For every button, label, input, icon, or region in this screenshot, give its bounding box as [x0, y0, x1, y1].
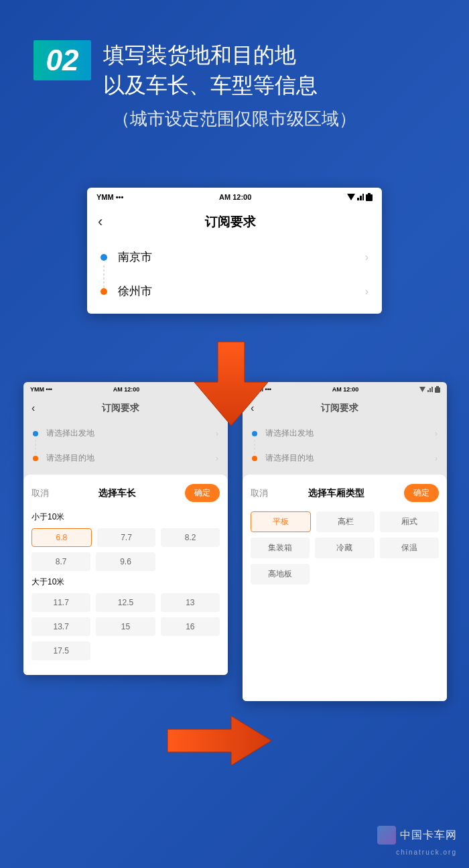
length-chip-8-7[interactable]: 8.7 [31, 552, 90, 571]
chip-row: 11.7 12.5 13 [31, 593, 220, 612]
section-under-10m: 小于10米 [31, 511, 220, 523]
chevron-right-icon: › [435, 454, 438, 463]
sheet-title: 选择车长 [98, 487, 136, 499]
status-bar: YMM ••• AM 12:00 [87, 188, 382, 206]
confirm-button[interactable]: 确定 [185, 484, 220, 502]
time-label: AM 12:00 [113, 386, 140, 393]
svg-rect-1 [368, 193, 371, 194]
type-chip-highfence[interactable]: 高栏 [316, 511, 375, 532]
destination-row[interactable]: 请选择目的地 › [243, 446, 447, 471]
carrier-label: YMM ••• [96, 193, 123, 201]
dest-placeholder: 请选择目的地 [265, 452, 435, 464]
length-chip-17-5[interactable]: 17.5 [31, 641, 90, 660]
watermark: 中国卡车网 chinatruck.org [377, 826, 457, 856]
battery-icon [366, 193, 373, 201]
chip-empty [161, 641, 220, 660]
dest-dot-icon [100, 288, 107, 295]
status-icons [419, 386, 440, 393]
length-chip-12-5[interactable]: 12.5 [96, 593, 155, 612]
chevron-right-icon: › [435, 429, 438, 438]
watermark-text: 中国卡车网 [400, 828, 457, 843]
chip-row: 平板 高栏 厢式 [251, 511, 439, 532]
length-chip-15[interactable]: 15 [96, 617, 155, 636]
watermark-url: chinatruck.org [396, 849, 457, 856]
chip-row: 6.8 7.7 8.2 [31, 528, 220, 547]
wifi-icon [419, 387, 425, 392]
destination-row[interactable]: 徐州市 › [87, 274, 382, 314]
watermark-logo-icon [377, 826, 396, 845]
origin-dot-icon [252, 431, 257, 436]
dest-text: 徐州市 [118, 284, 365, 299]
origin-row[interactable]: 南京市 › [87, 240, 382, 274]
step-title: 填写装货地和目的地 以及车长、车型等信息 [103, 40, 318, 101]
wifi-icon [347, 194, 355, 200]
origin-dot-icon [33, 431, 38, 436]
nav-bar: ‹ 订阅要求 [87, 206, 382, 240]
dest-placeholder: 请选择目的地 [46, 452, 216, 464]
type-chip-highfloor[interactable]: 高地板 [251, 564, 310, 584]
arrow-right-icon [161, 710, 275, 771]
type-chip-insulated[interactable]: 保温 [380, 538, 439, 558]
length-chip-16[interactable]: 16 [161, 617, 220, 636]
time-label: AM 12:00 [219, 193, 251, 201]
dest-dot-icon [33, 456, 38, 461]
chevron-right-icon: › [216, 429, 218, 438]
signal-icon [427, 387, 433, 392]
type-chip-container[interactable]: 集装箱 [251, 538, 310, 558]
screenshot-top: YMM ••• AM 12:00 ‹ 订阅要求 南京市 › 徐州市 › [87, 188, 382, 314]
chip-empty [315, 564, 374, 584]
section-over-10m: 大于10米 [31, 576, 220, 588]
step-title-line2: 以及车长、车型等信息 [103, 70, 318, 101]
screenshot-right: YMM ••• AM 12:00 ‹ 订阅要求 请选择出发地 › 请选择目的地 … [243, 382, 447, 701]
length-sheet: 取消 选择车长 确定 小于10米 6.8 7.7 8.2 8.7 9.6 大于1… [23, 475, 228, 675]
type-chip-van[interactable]: 厢式 [380, 511, 439, 532]
chip-row: 高地板 [251, 564, 439, 584]
carrier-label: YMM ••• [30, 386, 52, 393]
sheet-header: 取消 选择车长 确定 [31, 484, 220, 502]
chip-row: 集装箱 冷藏 保温 [251, 538, 439, 558]
length-chip-8-2[interactable]: 8.2 [161, 528, 220, 547]
step-subtitle: （城市设定范围仅限市级区域） [0, 107, 469, 147]
cancel-button[interactable]: 取消 [31, 487, 49, 499]
length-chip-11-7[interactable]: 11.7 [31, 593, 90, 612]
chevron-right-icon: › [365, 251, 368, 263]
svg-rect-4 [435, 387, 440, 393]
step-number-badge: 02 [34, 40, 91, 80]
dest-dot-icon [252, 456, 257, 461]
arrow-down-icon [184, 335, 278, 429]
chip-row: 8.7 9.6 [31, 552, 220, 571]
length-chip-13[interactable]: 13 [161, 593, 220, 612]
chip-row: 13.7 15 16 [31, 617, 220, 636]
origin-dot-icon [100, 254, 107, 261]
battery-icon [435, 386, 440, 393]
chevron-right-icon: › [365, 286, 368, 298]
step-header: 02 填写装货地和目的地 以及车长、车型等信息 [0, 0, 469, 107]
origin-text: 南京市 [118, 249, 365, 265]
step-title-line1: 填写装货地和目的地 [103, 40, 318, 70]
origin-placeholder: 请选择出发地 [265, 428, 435, 439]
sheet-header: 取消 选择车厢类型 确定 [251, 484, 439, 502]
nav-title: 订阅要求 [89, 213, 371, 231]
cancel-button[interactable]: 取消 [251, 487, 268, 499]
length-chip-13-7[interactable]: 13.7 [31, 617, 90, 636]
destination-row[interactable]: 请选择目的地 › [23, 446, 228, 471]
chip-row: 17.5 [31, 641, 220, 660]
length-chip-7-7[interactable]: 7.7 [97, 528, 156, 547]
confirm-button[interactable]: 确定 [404, 484, 439, 502]
svg-rect-5 [436, 386, 439, 387]
chip-empty [96, 641, 155, 660]
length-chip-9-6[interactable]: 9.6 [96, 552, 155, 571]
status-icons [347, 193, 373, 201]
type-chip-flatbed[interactable]: 平板 [251, 511, 311, 532]
sheet-title: 选择车厢类型 [308, 487, 364, 499]
chevron-right-icon: › [216, 454, 218, 463]
time-label: AM 12:00 [332, 386, 359, 393]
chip-empty [161, 552, 220, 571]
signal-icon [357, 194, 364, 200]
chip-empty [380, 564, 439, 584]
type-sheet: 取消 选择车厢类型 确定 平板 高栏 厢式 集装箱 冷藏 保温 高地板 [243, 475, 447, 701]
svg-rect-0 [366, 194, 373, 201]
origin-placeholder: 请选择出发地 [46, 428, 216, 439]
length-chip-6-8[interactable]: 6.8 [31, 528, 92, 547]
type-chip-refrigerated[interactable]: 冷藏 [315, 538, 374, 558]
